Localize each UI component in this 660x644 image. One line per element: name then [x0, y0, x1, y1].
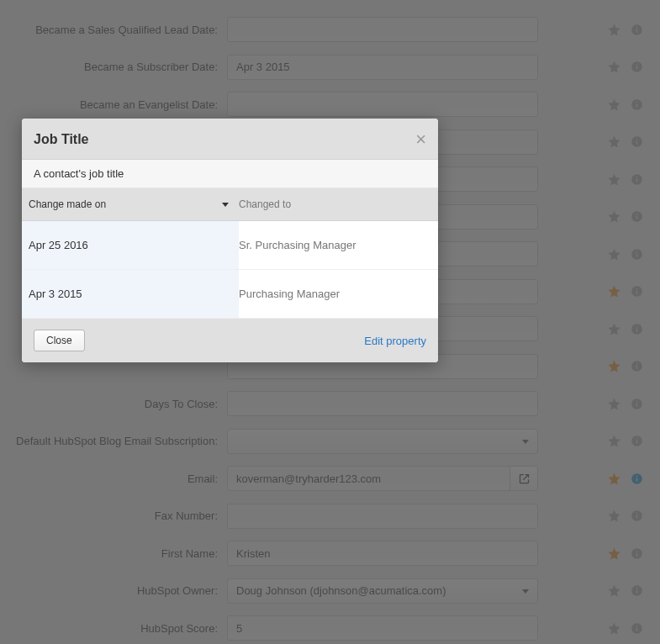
info-icon[interactable]: [630, 98, 644, 112]
info-icon[interactable]: [630, 546, 644, 561]
svg-rect-46: [636, 590, 637, 594]
row-actions: [538, 172, 648, 187]
svg-rect-44: [636, 551, 637, 552]
history-date: Apr 3 2015: [22, 270, 239, 318]
star-icon[interactable]: [607, 509, 621, 523]
close-button[interactable]: Close: [34, 330, 85, 351]
field-label: First Name:: [12, 547, 227, 560]
field-input[interactable]: [227, 92, 538, 117]
star-icon[interactable]: [607, 621, 621, 636]
history-row: Apr 25 2016Sr. Purchasing Manager: [22, 221, 438, 270]
star-icon[interactable]: [607, 98, 621, 112]
row-actions: [538, 546, 648, 561]
svg-rect-23: [636, 288, 637, 289]
field-select[interactable]: [227, 429, 538, 454]
row-actions: [538, 621, 648, 636]
form-row: HubSpot Score:5: [0, 610, 660, 644]
info-icon[interactable]: [630, 135, 644, 149]
svg-rect-20: [636, 251, 637, 252]
info-icon[interactable]: [630, 583, 644, 598]
field-select[interactable]: Doug Johnson (djohnson@acumatica.com): [227, 578, 538, 604]
star-icon[interactable]: [607, 60, 621, 74]
modal-close-button[interactable]: ×: [415, 130, 426, 149]
star-icon[interactable]: [607, 397, 621, 411]
history-value: Purchasing Manager: [239, 288, 431, 300]
info-icon[interactable]: [630, 60, 644, 74]
info-icon[interactable]: [630, 509, 644, 523]
field-label: HubSpot Owner:: [12, 584, 227, 597]
info-icon[interactable]: [630, 359, 644, 373]
info-icon[interactable]: [630, 472, 644, 486]
star-icon[interactable]: [607, 359, 621, 373]
field-input[interactable]: koverman@tryharder123.com: [227, 466, 538, 491]
svg-rect-17: [636, 214, 637, 214]
info-icon[interactable]: [630, 397, 644, 411]
edit-property-link[interactable]: Edit property: [364, 335, 426, 347]
history-row: Apr 3 2015Purchasing Manager: [22, 270, 438, 319]
row-actions: [538, 23, 648, 37]
info-icon[interactable]: [630, 247, 644, 261]
svg-rect-25: [636, 328, 637, 331]
field-input[interactable]: Apr 3 2015: [227, 55, 538, 80]
star-icon[interactable]: [607, 284, 621, 298]
row-actions: [538, 247, 648, 261]
modal-header: Job Title ×: [22, 119, 438, 160]
field-input[interactable]: 5: [227, 615, 538, 641]
field-input[interactable]: [227, 17, 538, 42]
star-icon[interactable]: [607, 209, 621, 224]
svg-rect-26: [636, 326, 637, 327]
info-icon[interactable]: [630, 209, 644, 224]
svg-rect-5: [636, 64, 637, 65]
field-input[interactable]: [227, 504, 538, 529]
row-actions: [538, 434, 648, 448]
field-label: Became a Sales Qualified Lead Date:: [12, 24, 227, 36]
info-icon[interactable]: [630, 23, 644, 37]
star-icon[interactable]: [607, 322, 621, 336]
form-row: Days To Close:: [0, 385, 660, 423]
info-icon[interactable]: [630, 172, 644, 187]
svg-rect-19: [636, 253, 637, 256]
info-icon[interactable]: [630, 322, 644, 336]
modal-title: Job Title: [34, 132, 415, 147]
row-actions: [538, 135, 648, 149]
history-date: Apr 25 2016: [22, 221, 239, 269]
svg-rect-22: [636, 291, 637, 294]
modal-footer: Close Edit property: [22, 319, 438, 362]
form-row: Became a Sales Qualified Lead Date:: [0, 11, 660, 49]
field-label: Became a Subscriber Date:: [12, 61, 227, 73]
svg-rect-28: [636, 366, 637, 369]
star-icon[interactable]: [607, 472, 621, 486]
svg-rect-8: [636, 102, 637, 103]
svg-rect-1: [636, 29, 637, 32]
svg-rect-41: [636, 513, 637, 514]
external-link-button[interactable]: [510, 467, 537, 490]
field-input[interactable]: Kristen: [227, 541, 538, 566]
field-label: Days To Close:: [12, 398, 227, 410]
form-row: Email:koverman@tryharder123.com: [0, 460, 660, 498]
row-actions: [538, 397, 648, 411]
row-actions: [538, 284, 648, 298]
info-icon[interactable]: [630, 621, 644, 636]
info-icon[interactable]: [630, 434, 644, 448]
form-row: Became an Evangelist Date:: [0, 86, 660, 124]
field-label: Email:: [12, 472, 227, 485]
star-icon[interactable]: [607, 135, 621, 149]
star-icon[interactable]: [607, 583, 621, 598]
field-input[interactable]: [227, 391, 538, 416]
form-row: Fax Number:: [0, 498, 660, 536]
svg-rect-50: [636, 626, 637, 626]
info-icon[interactable]: [630, 284, 644, 298]
column-change-made-on[interactable]: Change made on: [29, 198, 239, 210]
star-icon[interactable]: [607, 434, 621, 448]
svg-rect-32: [636, 401, 637, 402]
row-actions: [538, 60, 648, 74]
star-icon[interactable]: [607, 247, 621, 261]
star-icon[interactable]: [607, 546, 621, 561]
svg-rect-14: [636, 177, 637, 177]
field-label: Became an Evangelist Date:: [12, 98, 227, 111]
svg-rect-7: [636, 103, 637, 107]
star-icon[interactable]: [607, 23, 621, 37]
svg-rect-43: [636, 552, 637, 556]
star-icon[interactable]: [607, 172, 621, 187]
svg-rect-2: [636, 27, 637, 28]
